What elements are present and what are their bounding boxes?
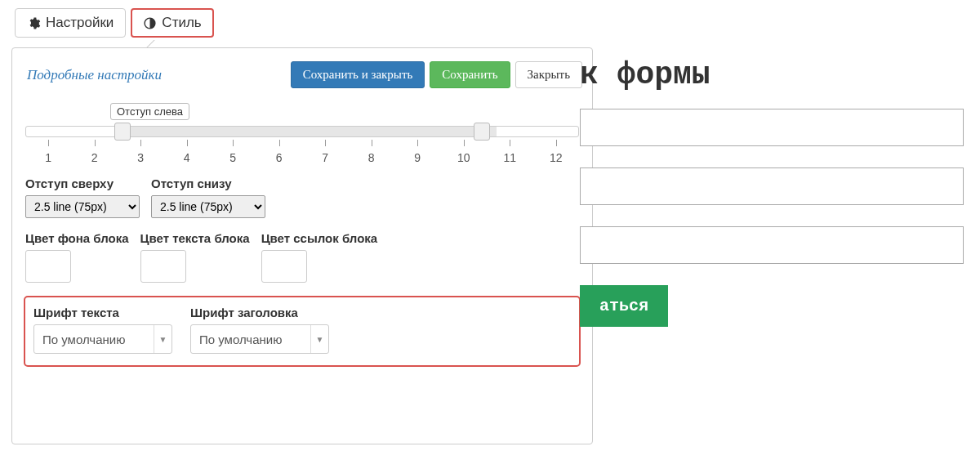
slider-ticks: 1 2 3 4 5 6 7 8 9 10 11 12: [25, 140, 579, 164]
color-row: Цвет фона блока Цвет текста блока Цвет с…: [25, 231, 579, 283]
detailed-settings-link[interactable]: Подробные настройки: [27, 67, 162, 83]
style-panel: Подробные настройки Сохранить и закрыть …: [11, 47, 593, 444]
text-font-select[interactable]: По умолчанию ▼: [33, 324, 172, 354]
text-color-label: Цвет текста блока: [140, 231, 250, 245]
margin-bottom-label: Отступ снизу: [151, 176, 265, 190]
font-row: Шрифт текста По умолчанию ▼ Шрифт заголо…: [33, 306, 571, 354]
preview-input-3[interactable]: [580, 226, 964, 264]
tick-8: 8: [368, 151, 375, 164]
tick-7: 7: [322, 151, 328, 164]
panel-toolbar: Подробные настройки Сохранить и закрыть …: [22, 61, 582, 88]
link-color-label: Цвет ссылок блока: [261, 231, 378, 245]
link-color-input[interactable]: [261, 250, 307, 283]
form-title: к формы: [580, 57, 964, 92]
slider-rail[interactable]: [25, 126, 579, 137]
margin-top-field: Отступ сверху 2.5 line (75px): [25, 176, 140, 218]
heading-font-value: По умолчанию: [191, 333, 310, 346]
text-font-value: По умолчанию: [34, 333, 154, 346]
tab-settings[interactable]: Настройки: [15, 8, 126, 38]
tick-2: 2: [91, 151, 98, 164]
heading-font-select[interactable]: По умолчанию ▼: [190, 324, 329, 354]
chevron-down-icon: ▼: [154, 325, 172, 353]
heading-font-label: Шрифт заголовка: [190, 306, 329, 319]
contrast-icon: [143, 16, 157, 30]
slider-handle-right[interactable]: [474, 123, 490, 141]
chevron-down-icon: ▼: [310, 325, 328, 353]
text-font-field: Шрифт текста По умолчанию ▼: [33, 306, 172, 354]
text-color-input[interactable]: [140, 250, 186, 283]
preview-submit-button[interactable]: аться: [580, 285, 668, 327]
link-color-field: Цвет ссылок блока: [261, 231, 378, 283]
text-font-label: Шрифт текста: [33, 306, 172, 319]
tick-11: 11: [503, 151, 516, 164]
margin-slider: Отступ слева 1 2 3 4 5 6 7 8 9 10: [25, 103, 579, 168]
tick-6: 6: [276, 151, 283, 164]
tabs-row: Настройки Стиль: [0, 0, 980, 38]
margin-top-label: Отступ сверху: [25, 176, 140, 190]
preview-input-2[interactable]: [580, 167, 964, 205]
margin-top-select[interactable]: 2.5 line (75px): [25, 195, 140, 218]
save-button[interactable]: Сохранить: [430, 61, 510, 88]
preview-input-1[interactable]: [580, 109, 964, 146]
tick-4: 4: [184, 151, 190, 164]
tick-3: 3: [137, 151, 144, 164]
text-color-field: Цвет текста блока: [140, 231, 250, 283]
save-close-button[interactable]: Сохранить и закрыть: [291, 61, 425, 88]
gear-icon: [27, 16, 41, 30]
tick-12: 12: [550, 151, 563, 164]
form-preview: к формы аться: [580, 57, 964, 327]
tick-5: 5: [229, 151, 236, 164]
heading-font-field: Шрифт заголовка По умолчанию ▼: [190, 306, 329, 354]
margin-bottom-field: Отступ снизу 2.5 line (75px): [151, 176, 265, 218]
margin-selects-row: Отступ сверху 2.5 line (75px) Отступ сни…: [25, 176, 579, 218]
tick-1: 1: [45, 151, 51, 164]
tick-10: 10: [457, 151, 470, 164]
tab-style-label: Стиль: [162, 15, 201, 31]
margin-bottom-select[interactable]: 2.5 line (75px): [151, 195, 265, 218]
slider-handle-left[interactable]: [114, 123, 131, 141]
tab-settings-label: Настройки: [46, 15, 114, 31]
font-highlight: Шрифт текста По умолчанию ▼ Шрифт заголо…: [24, 296, 581, 367]
panel-scroll[interactable]: Подробные настройки Сохранить и закрыть …: [22, 61, 590, 429]
close-button[interactable]: Закрыть: [515, 61, 582, 88]
panel-arrow: [142, 40, 157, 47]
bg-color-label: Цвет фона блока: [25, 231, 129, 245]
slider-fill: [121, 127, 497, 136]
bg-color-input[interactable]: [25, 250, 71, 283]
bg-color-field: Цвет фона блока: [25, 231, 129, 283]
slider-tooltip: Отступ слева: [110, 103, 189, 120]
tab-style[interactable]: Стиль: [131, 8, 213, 38]
panel-box: Подробные настройки Сохранить и закрыть …: [11, 47, 593, 444]
tick-9: 9: [414, 151, 421, 164]
